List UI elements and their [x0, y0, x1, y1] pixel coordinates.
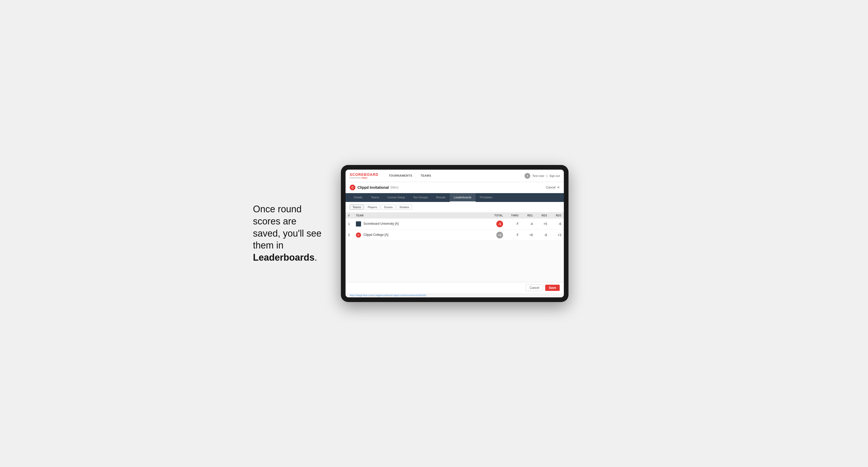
bottom-bar: Cancel Save [345, 282, 564, 293]
left-line4: them in [253, 240, 283, 251]
row1-rd2: +5 [535, 218, 550, 229]
left-line5-end: . [314, 252, 317, 263]
tab-teams[interactable]: Teams [367, 193, 383, 202]
nav-links: TOURNAMENTS TEAMS [384, 169, 435, 182]
tournament-name: Clippd Invitational [358, 185, 389, 190]
top-nav: SCOREBOARD Powered by clippd TOURNAMENTS… [345, 169, 564, 182]
leaderboard-table-container: # TEAM TOTAL THRU [345, 213, 564, 241]
left-line3: saved, you'll see [253, 228, 321, 239]
row2-score-badge: +3 [496, 232, 503, 239]
row2-thru: F [506, 229, 521, 241]
filter-bar: Teams Players Scores Strokes [345, 202, 564, 213]
row1-thru: F [506, 218, 521, 229]
col-header-total: TOTAL [488, 213, 506, 218]
filter-players-button[interactable]: Players [365, 205, 380, 210]
col-header-rd3: RD3 [550, 213, 564, 218]
row2-team-logo: C [356, 232, 361, 238]
content-area [345, 241, 564, 282]
left-line1: Once round [253, 204, 302, 214]
logo-text: SCOREBOARD [350, 173, 378, 177]
tab-results[interactable]: Results [432, 193, 450, 202]
tournament-gender: (Men) [390, 186, 398, 189]
tournament-header: C Clippd Invitational (Men) Cancel ✕ [345, 182, 564, 193]
row1-total: -5 [488, 218, 506, 229]
user-name: Test User [532, 174, 544, 177]
tab-printables[interactable]: Printables [476, 193, 497, 202]
logo-area: SCOREBOARD Powered by clippd [350, 173, 378, 179]
row1-rank: 1 [345, 218, 353, 229]
left-text-block: Once round scores are saved, you'll see … [253, 203, 326, 264]
col-header-team: TEAM [353, 213, 488, 218]
row1-score-badge: -5 [496, 221, 503, 227]
table-row: 1 Scoreboard University [A] -5 F -4 [345, 218, 564, 229]
leaderboard-table: # TEAM TOTAL THRU [345, 213, 564, 241]
col-header-rd2: RD2 [535, 213, 550, 218]
row2-rd2: -8 [535, 229, 550, 241]
col-header-rank: # [345, 213, 353, 218]
logo-sub: Powered by clippd [350, 177, 378, 179]
page-wrapper: Once round scores are saved, you'll see … [253, 165, 615, 302]
filter-teams-button[interactable]: Teams [350, 205, 364, 210]
separator: | [547, 174, 547, 177]
row2-total: +3 [488, 229, 506, 241]
tournament-icon: C [350, 185, 355, 190]
filter-strokes-button[interactable]: Strokes [397, 205, 412, 210]
nav-teams[interactable]: TEAMS [416, 169, 435, 182]
col-header-thru: THRU [506, 213, 521, 218]
table-row: 2 C Clippd College [A] +3 F +8 -8 [345, 229, 564, 241]
row1-rd1: -4 [521, 218, 535, 229]
col-header-rd1: RD1 [521, 213, 535, 218]
row1-team: Scoreboard University [A] [353, 218, 488, 229]
left-line5-bold: Leaderboards [253, 252, 314, 263]
row2-rank: 2 [345, 229, 353, 241]
status-bar: https://stage-blue-coach.stagescoreboard… [345, 293, 564, 298]
save-button[interactable]: Save [545, 285, 560, 291]
sign-out-link[interactable]: Sign out [549, 174, 560, 177]
tab-tee-groups[interactable]: Tee Groups [409, 193, 432, 202]
nav-right: S Test User | Sign out [525, 173, 560, 179]
cancel-x-button[interactable]: Cancel ✕ [546, 186, 560, 189]
row1-team-logo [356, 221, 361, 226]
close-icon: ✕ [557, 186, 560, 189]
cancel-button[interactable]: Cancel [526, 284, 543, 291]
tablet-frame: SCOREBOARD Powered by clippd TOURNAMENTS… [341, 165, 568, 302]
tab-details[interactable]: Details [350, 193, 367, 202]
logo-clippd: clippd [361, 177, 367, 179]
user-avatar: S [525, 173, 530, 179]
table-header-row: # TEAM TOTAL THRU [345, 213, 564, 218]
row2-rd3: +3 [550, 229, 564, 241]
row2-team: C Clippd College [A] [353, 229, 488, 241]
sub-tabs: Details Teams Course Setup Tee Groups Re… [345, 193, 564, 202]
row2-rd1: +8 [521, 229, 535, 241]
filter-scores-button[interactable]: Scores [381, 205, 396, 210]
tablet-screen: SCOREBOARD Powered by clippd TOURNAMENTS… [345, 169, 564, 298]
logo-board: BOARD [364, 173, 378, 177]
tab-course-setup[interactable]: Course Setup [383, 193, 409, 202]
logo-score: SCORE [350, 173, 364, 177]
row1-rd3: -6 [550, 218, 564, 229]
nav-tournaments[interactable]: TOURNAMENTS [384, 169, 416, 182]
left-line2: scores are [253, 216, 297, 226]
tab-leaderboards[interactable]: Leaderboards [450, 193, 476, 202]
